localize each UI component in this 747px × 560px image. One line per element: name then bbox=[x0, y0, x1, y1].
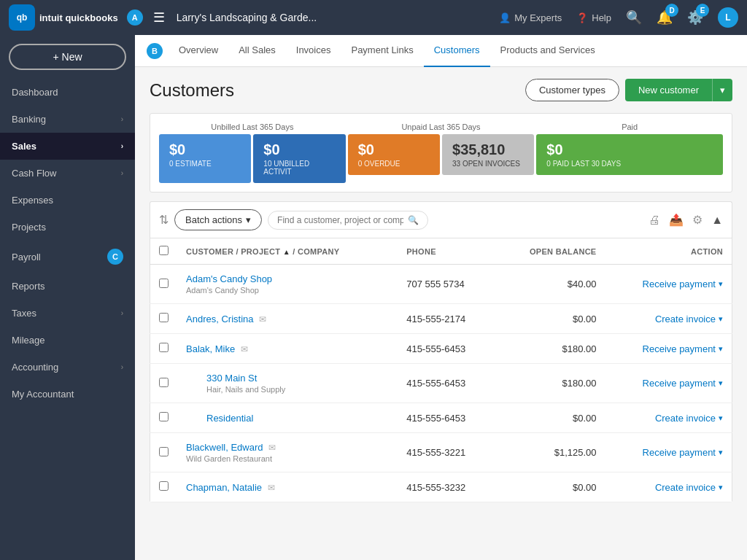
row-checkbox[interactable] bbox=[159, 313, 169, 322]
tab-customers[interactable]: Customers bbox=[424, 35, 490, 67]
row-checkbox[interactable] bbox=[159, 279, 169, 288]
customer-name-link[interactable]: Adam's Candy Shop bbox=[186, 273, 272, 284]
row-balance: $0.00 bbox=[496, 403, 605, 433]
email-icon[interactable]: ✉ bbox=[268, 483, 275, 493]
customers-tbody: Adam's Candy Shop Adam's Candy Shop 707 … bbox=[150, 265, 732, 502]
print-icon[interactable]: 🖨 bbox=[649, 214, 660, 227]
sidebar-item-expenses[interactable]: Expenses bbox=[0, 187, 135, 214]
action-link[interactable]: Create invoice bbox=[655, 482, 716, 493]
overdue-card[interactable]: $0 0 OVERDUE bbox=[348, 134, 440, 175]
customer-name: 330 Main St bbox=[206, 373, 389, 384]
row-name-cell: Adam's Candy Shop Adam's Candy Shop bbox=[177, 265, 398, 304]
search-input[interactable] bbox=[277, 215, 403, 225]
paid-card[interactable]: $0 0 PAID LAST 30 DAYS bbox=[536, 134, 723, 175]
tab-invoices[interactable]: Invoices bbox=[286, 35, 341, 67]
sort-icon[interactable]: ⇅ bbox=[159, 213, 169, 227]
search-icon[interactable]: 🔍 bbox=[626, 9, 642, 26]
th-check bbox=[150, 238, 178, 265]
email-icon[interactable]: ✉ bbox=[268, 443, 276, 453]
action-link[interactable]: Receive payment bbox=[643, 447, 716, 458]
row-name-cell: Andres, Cristina ✉ bbox=[177, 304, 398, 334]
row-action-cell: Receive payment ▾ bbox=[605, 433, 732, 472]
hamburger-icon[interactable]: ☰ bbox=[153, 9, 165, 26]
sidebar-item-banking[interactable]: Banking › bbox=[0, 106, 135, 133]
row-checkbox[interactable] bbox=[159, 412, 169, 421]
estimate-card[interactable]: $0 0 ESTIMATE bbox=[159, 134, 251, 183]
chevron-right-icon: › bbox=[121, 115, 123, 123]
customer-name-link[interactable]: Balak, Mike bbox=[186, 343, 235, 354]
action-dropdown[interactable]: ▾ bbox=[719, 448, 723, 457]
row-balance: $180.00 bbox=[496, 364, 605, 403]
select-all-checkbox[interactable] bbox=[159, 246, 169, 255]
row-checkbox[interactable] bbox=[159, 343, 169, 352]
row-action-cell: Receive payment ▾ bbox=[605, 265, 732, 304]
sidebar-item-projects[interactable]: Projects bbox=[0, 214, 135, 241]
action-link[interactable]: Receive payment bbox=[643, 343, 716, 354]
action-dropdown[interactable]: ▾ bbox=[719, 344, 723, 354]
action-dropdown[interactable]: ▾ bbox=[719, 483, 723, 492]
email-icon[interactable]: ✉ bbox=[259, 314, 266, 324]
customer-name-link[interactable]: Andres, Cristina bbox=[186, 314, 253, 324]
sidebar-item-taxes[interactable]: Taxes › bbox=[0, 300, 135, 327]
action-link[interactable]: Create invoice bbox=[655, 413, 716, 424]
qb-logo-icon[interactable]: qb bbox=[9, 4, 35, 31]
th-customer[interactable]: CUSTOMER / PROJECT ▲ / COMPANY bbox=[177, 238, 398, 265]
action-cell: Receive payment ▾ bbox=[614, 378, 723, 389]
customer-name-link[interactable]: Blackwell, Edward bbox=[186, 442, 263, 453]
action-dropdown[interactable]: ▾ bbox=[719, 413, 723, 423]
sidebar-item-reports[interactable]: Reports bbox=[0, 273, 135, 300]
badge-a[interactable]: A bbox=[127, 9, 143, 26]
row-balance: $0.00 bbox=[496, 472, 605, 502]
sidebar-item-accounting[interactable]: Accounting › bbox=[0, 354, 135, 381]
paid-sublabel: 0 PAID LAST 30 DAYS bbox=[546, 160, 713, 168]
action-cell: Create invoice ▾ bbox=[614, 482, 723, 493]
summary-section: Unbilled Last 365 Days $0 0 ESTIMATE $0 … bbox=[150, 113, 732, 192]
collapse-icon[interactable]: ▲ bbox=[711, 214, 723, 227]
action-dropdown[interactable]: ▾ bbox=[719, 314, 723, 324]
my-experts-button[interactable]: 👤 My Experts bbox=[499, 12, 562, 23]
customer-name-link[interactable]: Chapman, Natalie bbox=[186, 482, 262, 493]
open-invoices-card[interactable]: $35,810 33 OPEN INVOICES bbox=[442, 134, 534, 175]
tab-overview[interactable]: Overview bbox=[169, 35, 228, 67]
row-balance: $1,125.00 bbox=[496, 433, 605, 472]
new-customer-dropdown[interactable]: ▾ bbox=[712, 79, 732, 101]
chevron-right-icon: › bbox=[121, 363, 123, 371]
customer-types-button[interactable]: Customer types bbox=[525, 79, 619, 101]
customer-name-link[interactable]: 330 Main St bbox=[206, 373, 257, 384]
badge-b[interactable]: B bbox=[147, 43, 163, 59]
help-button[interactable]: ❓ Help bbox=[576, 12, 611, 23]
table-row: Adam's Candy Shop Adam's Candy Shop 707 … bbox=[150, 265, 732, 304]
email-icon[interactable]: ✉ bbox=[241, 344, 248, 354]
action-dropdown[interactable]: ▾ bbox=[719, 279, 723, 289]
user-avatar[interactable]: L bbox=[718, 7, 738, 28]
batch-actions-button[interactable]: Batch actions ▾ bbox=[174, 209, 262, 230]
row-checkbox[interactable] bbox=[159, 481, 169, 491]
row-phone: 415-555-6453 bbox=[398, 334, 496, 364]
sidebar-item-dashboard[interactable]: Dashboard bbox=[0, 79, 135, 106]
table-header-row: CUSTOMER / PROJECT ▲ / COMPANY PHONE OPE… bbox=[150, 238, 732, 265]
settings-table-icon[interactable]: ⚙ bbox=[692, 213, 703, 227]
row-checkbox[interactable] bbox=[159, 378, 169, 387]
row-balance: $40.00 bbox=[496, 265, 605, 304]
tab-payment-links[interactable]: Payment Links bbox=[341, 35, 423, 67]
new-button[interactable]: + New bbox=[9, 44, 126, 70]
action-dropdown[interactable]: ▾ bbox=[719, 378, 723, 388]
customer-name-link[interactable]: Residential bbox=[206, 413, 253, 424]
action-link[interactable]: Receive payment bbox=[643, 378, 716, 389]
action-cell: Receive payment ▾ bbox=[614, 447, 723, 458]
export-icon[interactable]: 📤 bbox=[669, 213, 684, 227]
action-link[interactable]: Receive payment bbox=[643, 279, 716, 289]
action-link[interactable]: Create invoice bbox=[655, 314, 716, 324]
sidebar-item-payroll[interactable]: Payroll C bbox=[0, 241, 135, 273]
sidebar-item-cashflow[interactable]: Cash Flow › bbox=[0, 160, 135, 187]
tab-all-sales[interactable]: All Sales bbox=[228, 35, 286, 67]
sidebar-item-sales[interactable]: Sales › bbox=[0, 133, 135, 160]
unbilled-activity-card[interactable]: $0 10 UNBILLED ACTIVIT bbox=[253, 134, 345, 183]
sidebar-item-mileage[interactable]: Mileage bbox=[0, 327, 135, 354]
new-customer-button[interactable]: New customer bbox=[625, 79, 712, 101]
sidebar-item-my-accountant[interactable]: My Accountant bbox=[0, 381, 135, 408]
tab-products-services[interactable]: Products and Services bbox=[490, 35, 605, 67]
header-right: 👤 My Experts ❓ Help 🔍 🔔 D ⚙️ E L bbox=[499, 7, 738, 28]
row-checkbox[interactable] bbox=[159, 447, 169, 456]
customer-company: Wild Garden Restaurant bbox=[186, 454, 389, 463]
